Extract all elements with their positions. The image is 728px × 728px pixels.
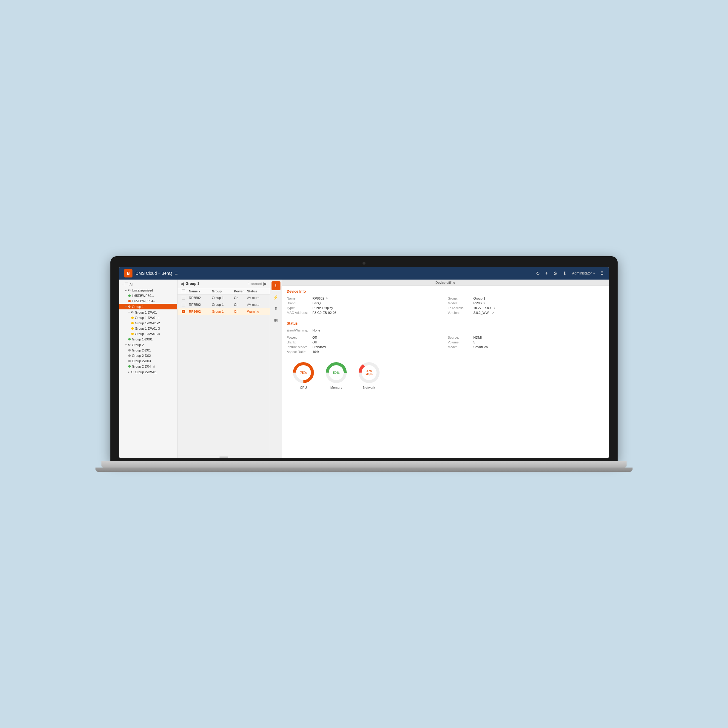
status-title: Status	[287, 321, 604, 326]
status-dot	[131, 333, 134, 335]
status-dot	[128, 349, 131, 352]
status-dot	[128, 295, 131, 297]
offline-bar: Device offline	[282, 280, 609, 286]
caret-icon: ▾	[125, 305, 127, 308]
status-col-left: Error/Warning: None Power: Off	[287, 328, 443, 354]
sidebar-item-uncategorized[interactable]: ▸ ⊙ Uncategorized	[119, 288, 177, 293]
camera	[362, 262, 366, 265]
add-icon[interactable]: +	[545, 271, 548, 276]
info-row-mac: MAC Address: F8-C0-EB-02-08	[287, 310, 443, 315]
detail-content: Device Info Name: RP8602 ✎	[282, 286, 609, 458]
laptop-bottom	[95, 468, 633, 472]
sidebar-item-group2[interactable]: ▾ ⊙ Group 2	[119, 342, 177, 347]
doc-icon: ☰	[174, 271, 178, 275]
scroll-thumb	[219, 456, 228, 458]
sidebar-item-dw01-1[interactable]: Group 1-DW01-1	[119, 315, 177, 320]
select-all-checkbox[interactable]	[182, 289, 185, 293]
network-donut: 0.05 Mbps	[357, 361, 381, 385]
settings-icon[interactable]: ⚙	[553, 271, 557, 276]
status-row-source: Source: HDMI	[448, 335, 604, 340]
status-dot	[128, 338, 131, 340]
filter-toolbar-btn[interactable]: ⚡	[272, 293, 280, 302]
status-row-aspect: Aspect Ratio: 16:9	[287, 349, 443, 354]
row-checkbox-cell	[179, 303, 188, 306]
info-icon: ℹ	[275, 283, 277, 288]
row-checkbox[interactable]	[182, 296, 185, 300]
sidebar-item-h65-1[interactable]: H65EBWP69...	[119, 293, 177, 298]
filter-icon: ⚡	[273, 295, 278, 300]
sidebar-item-dw01-3[interactable]: Group 1-DW01-3	[119, 326, 177, 331]
sidebar-item-group1-d001[interactable]: Group 1-D001	[119, 336, 177, 342]
sidebar-item-group1[interactable]: ▾ ⊙ Group 1	[119, 304, 177, 309]
status-row-blank: Blank: Off	[287, 340, 443, 345]
nav-actions: ↻ + ⚙ ⬇ Administator ▾ ⠿	[536, 271, 604, 276]
row-status: AV mute	[247, 296, 268, 300]
sidebar-item-group1-dw01[interactable]: ▾ ⊙ Group 1-DW01	[119, 309, 177, 315]
info-row-version: Version: 2.0.2_WW ↗	[448, 310, 604, 315]
laptop-container: B DMS Cloud – BenQ ☰ ↻ + ⚙ ⬇ Administato…	[95, 256, 633, 472]
app-container: B DMS Cloud – BenQ ☰ ↻ + ⚙ ⬇ Administato…	[119, 267, 609, 458]
sidebar-all[interactable]: – All	[119, 281, 177, 288]
sidebar-item-group2-dw01[interactable]: ▸ ⊙ Group 2-DW01	[119, 369, 177, 375]
status-grid: Error/Warning: None Power: Off	[287, 328, 604, 354]
screen-bezel: B DMS Cloud – BenQ ☰ ↻ + ⚙ ⬇ Administato…	[110, 256, 618, 461]
row-checkbox-cell: ✓	[179, 310, 188, 313]
table-row[interactable]: ✓ RP8602 Group 1 On Warning	[177, 308, 270, 315]
sidebar-item-group2-d03[interactable]: Group 2-D03	[119, 358, 177, 364]
row-status: Warning	[247, 310, 268, 313]
all-checkbox[interactable]	[125, 283, 128, 286]
nav-prev-icon[interactable]: ◀	[180, 281, 184, 286]
grid-icon[interactable]: ⠿	[600, 271, 604, 276]
memory-label: 50%	[333, 371, 340, 375]
sidebar-item-group2-d02[interactable]: Group 2-D02	[119, 353, 177, 358]
calendar-icon: ▦	[274, 317, 278, 322]
col-power: Power	[234, 289, 246, 293]
network-title: Network	[363, 386, 375, 389]
status-dot	[128, 365, 131, 368]
info-row-type: Type: Public Display	[287, 306, 443, 310]
row-checkbox[interactable]	[182, 303, 185, 306]
upload-toolbar-btn[interactable]: ⬆	[272, 304, 280, 313]
download-icon[interactable]: ⬇	[563, 271, 567, 276]
sidebar-item-group2-d01[interactable]: Group 2-D01	[119, 347, 177, 353]
status-dot	[131, 317, 134, 319]
sidebar-item-group2-d04[interactable]: Group 2-D04 🖨	[119, 364, 177, 369]
sidebar-item-dw01-4[interactable]: Group 1-DW01-4	[119, 331, 177, 336]
sidebar-item-h65-2[interactable]: H65EBWP69A-...	[119, 298, 177, 304]
info-col-left: Name: RP8602 ✎ Brand: BenQ	[287, 296, 443, 315]
upload-icon: ⬆	[274, 306, 278, 311]
sidebar-item-dw01-2[interactable]: Group 1-DW01-2	[119, 320, 177, 326]
col-status: Status	[247, 289, 268, 293]
row-status: AV mute	[247, 303, 268, 306]
info-icon-small: ℹ	[494, 306, 495, 310]
status-row-mode: Mode: SmartEco	[448, 345, 604, 349]
charts-row: 75% CPU	[287, 358, 604, 394]
row-checkbox-cell	[179, 296, 188, 300]
user-menu[interactable]: Administator ▾	[572, 271, 595, 275]
top-nav: B DMS Cloud – BenQ ☰ ↻ + ⚙ ⬇ Administato…	[119, 267, 609, 280]
refresh-icon[interactable]: ↻	[536, 271, 540, 276]
calendar-toolbar-btn[interactable]: ▦	[272, 315, 280, 324]
info-row-model: Model: RP8602	[448, 301, 604, 306]
cpu-title: CPU	[300, 386, 307, 389]
col-name: Name ▾	[189, 289, 211, 293]
device-list-panel: ◀ Group 1 1 selected ▶ Name	[177, 280, 270, 458]
status-dot	[131, 327, 134, 330]
row-group: Group 1	[212, 310, 233, 313]
app-logo: B	[124, 269, 133, 277]
status-dot	[128, 300, 131, 302]
nav-next-icon[interactable]: ▶	[263, 281, 267, 286]
status-row-error: Error/Warning: None	[287, 328, 443, 333]
detail-panel: Device offline Device Info Name: RP8602	[282, 280, 609, 458]
info-toolbar-btn[interactable]: ℹ	[272, 281, 280, 290]
main-content: – All ▸ ⊙ Uncategorized H65EBWP69.	[119, 280, 609, 458]
edit-icon[interactable]: ✎	[326, 297, 328, 300]
row-power: On	[234, 296, 246, 300]
table-row[interactable]: RP7502 Group 1 On AV mute	[177, 301, 270, 308]
status-col-right: Source: HDMI Volume: 5 Mode:	[448, 328, 604, 354]
scroll-bar	[177, 456, 270, 458]
row-checkbox[interactable]: ✓	[182, 310, 185, 313]
table-header: Name ▾ Group Power Status	[177, 288, 270, 295]
memory-donut: 50%	[324, 361, 348, 385]
table-row[interactable]: RP6502 Group 1 On AV mute	[177, 295, 270, 301]
